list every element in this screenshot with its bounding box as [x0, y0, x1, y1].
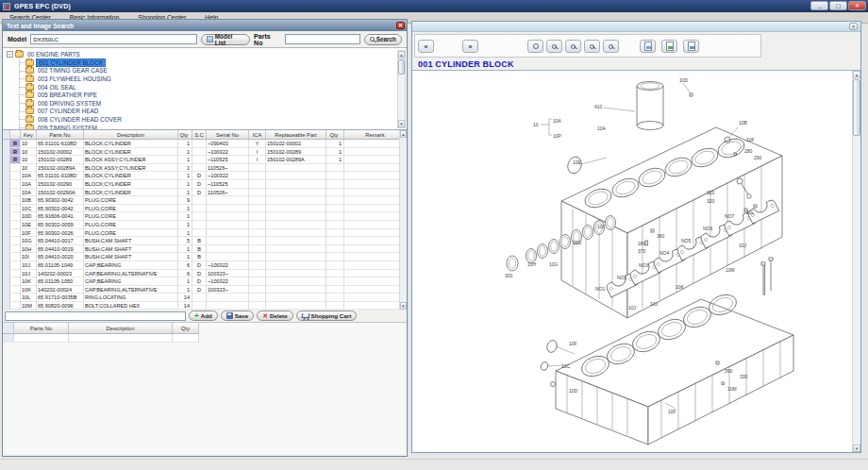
delete-button[interactable]: ✕ Delete: [257, 311, 292, 321]
table-row[interactable]: 10I65.04410-0020BUSH;CAM SHAFT1B: [3, 253, 407, 261]
diagram-part-label: 410: [594, 104, 603, 109]
image-scroll-down-icon[interactable]: ▼: [853, 445, 860, 452]
diagram-canvas[interactable]: 41010D1010A10P10A10E10B10F28029030010H10…: [412, 71, 860, 452]
tree-item[interactable]: 006 DRIVING SYSTEM: [20, 99, 407, 108]
tree-item[interactable]: 008 CYLINDER HEAD COVER: [20, 115, 407, 124]
grid-scrollbar[interactable]: ▲ ▼: [399, 130, 407, 310]
tree-item[interactable]: 001 CYLINDER BLOCK: [20, 59, 407, 67]
diagram-part-label: 10P: [553, 133, 562, 139]
table-cell: CAP.BEARING;ALTERNATIVE: [84, 270, 178, 278]
tree-item[interactable]: 002 TIMING GEAR CASE: [20, 67, 407, 76]
print-button[interactable]: [640, 40, 656, 53]
table-row[interactable]: 10H65.04410-0019BUSH;CAM SHAFT1B: [3, 245, 407, 254]
tree-item[interactable]: 009 TIMING SYSTEM: [20, 124, 407, 130]
table-cell: D: [192, 270, 207, 278]
table-row[interactable]: R1065.01101-6108DBLOCK;CYLINDER1~090403Y…: [3, 140, 407, 148]
table-row[interactable]: R10150102-00289BLOCK ASSY;CYLINDER1~1105…: [3, 156, 407, 164]
grid-header-cell[interactable]: Replaceable Part: [266, 130, 326, 139]
table-row[interactable]: 10G65.04410-0017BUSH;CAM SHAFT5B: [3, 237, 407, 245]
model-input[interactable]: [30, 34, 197, 44]
table-row[interactable]: 10J65.01105-1049CAP;BEARING6D~100322: [3, 261, 407, 270]
table-row[interactable]: 10A150102-00290BLOCK;CYLINDER1D~110525: [3, 180, 407, 189]
row-header-cell: [3, 302, 10, 310]
table-row[interactable]: 10A150102-00290ABLOCK;CYLINDER1D110526~: [3, 189, 407, 197]
zoom-out-button[interactable]: [565, 40, 581, 53]
image-panel-close-icon[interactable]: ✕: [849, 23, 858, 30]
grid-header-cell[interactable]: Key: [21, 130, 37, 139]
table-row[interactable]: 10B65.90302-0042PLUG;CORE9: [3, 196, 407, 205]
zoom-reset-button[interactable]: [527, 40, 543, 53]
grid-header-cell[interactable]: Serial No: [207, 130, 249, 139]
grid-scroll-up-icon[interactable]: ▲: [400, 130, 407, 138]
parts-tree: − 00 ENGINE PARTS 001 CYLINDER BLOCK002 …: [3, 47, 407, 130]
cart-empty-row[interactable]: [3, 334, 199, 343]
table-row[interactable]: 10L65.91710-0035BRING;LOCATING14: [3, 294, 407, 302]
scroll-down-icon[interactable]: ▼: [398, 120, 405, 127]
close-button[interactable]: ✕: [848, 1, 866, 10]
model-label: Model: [8, 36, 26, 42]
grid-header-cell[interactable]: Remark: [344, 130, 407, 139]
panel-close-icon[interactable]: ✕: [396, 22, 405, 29]
collapse-icon[interactable]: −: [7, 51, 13, 58]
model-list-button[interactable]: Model List: [201, 34, 250, 45]
save-button[interactable]: Save: [221, 311, 254, 321]
tree-item[interactable]: 004 OIL SEAL: [20, 83, 407, 92]
row-header-cell: [3, 180, 10, 189]
table-row[interactable]: 10J140202-00023CAP.BEARING;ALTERNATIVE6D…: [3, 270, 407, 278]
grid-header-cell[interactable]: S.C: [192, 130, 207, 139]
table-row[interactable]: R10150102-00002BLOCK;CYLINDER1~100322I15…: [3, 148, 407, 157]
tree-item[interactable]: 003 FLYWHEEL HOUSING: [20, 75, 407, 83]
zoom-area-button[interactable]: [584, 40, 600, 53]
tree-root[interactable]: − 00 ENGINE PARTS: [7, 50, 407, 59]
table-row[interactable]: 10D65.91606-0041PLUG;CORE1: [3, 212, 407, 221]
maximize-button[interactable]: ▢: [829, 1, 847, 10]
scroll-up-icon[interactable]: ▲: [398, 51, 405, 59]
zoom-in-button[interactable]: [546, 40, 562, 53]
add-button[interactable]: + Add: [189, 311, 218, 321]
tree-scroll-thumb[interactable]: [398, 59, 405, 75]
grid-header-cell[interactable]: Qty: [178, 130, 192, 139]
prev-page-button[interactable]: «: [418, 40, 434, 53]
table-cell: 65.01105-1050: [37, 277, 84, 286]
table-row[interactable]: 10A65.01101-0108DBLOCK;CYLINDER1D~100322: [3, 172, 407, 180]
table-cell: [266, 164, 326, 173]
grid-header-cell[interactable]: Description: [84, 130, 178, 139]
table-cell: [326, 164, 344, 173]
shopping-cart-button[interactable]: Shopping Cart: [296, 311, 358, 321]
minimize-button[interactable]: _: [810, 1, 828, 10]
table-row[interactable]: 10M65.90820-0096BOLT;COLLARED HEX14: [3, 302, 407, 310]
cart-part-input[interactable]: [5, 311, 186, 321]
table-cell: 1: [178, 140, 192, 148]
table-row[interactable]: 10K65.01105-1050CAP;BEARING1D~100322: [3, 277, 407, 286]
table-row[interactable]: 10K140202-00024CAP.BEARING;ALTERNATIVE1D…: [3, 286, 407, 294]
copy-image-button[interactable]: [683, 40, 699, 53]
table-cell: [344, 270, 407, 278]
grid-header-cell[interactable]: Parts No: [37, 130, 84, 139]
grid-scroll-down-icon[interactable]: ▼: [400, 302, 407, 310]
table-row[interactable]: 10150102-00289ABLOCK ASSY;CYLINDER111052…: [3, 164, 407, 173]
table-cell: [10, 205, 21, 213]
next-page-button[interactable]: »: [462, 40, 478, 53]
image-scroll-thumb[interactable]: [853, 79, 860, 136]
disk-icon: [226, 312, 233, 319]
diagram-part-label: 280: [638, 241, 646, 246]
image-scrollbar[interactable]: ▲ ▼: [852, 71, 860, 452]
tree-item[interactable]: 007 CYLINDER HEAD: [20, 108, 407, 116]
grid-header-cell[interactable]: ICA: [249, 130, 266, 139]
search-button[interactable]: Search: [364, 34, 402, 45]
table-row[interactable]: 10F65.90302-0026PLUG;CORE1: [3, 229, 407, 238]
table-row[interactable]: 10E65.90302-0059PLUG;CORE1: [3, 221, 407, 229]
table-cell: 10J: [21, 270, 37, 278]
tree-item[interactable]: 005 BREATHER PIPE: [20, 91, 407, 99]
table-cell: D: [192, 286, 207, 294]
grid-header-cell[interactable]: Qty: [326, 130, 344, 139]
tree-scrollbar[interactable]: ▲ ▼: [397, 50, 406, 128]
table-cell: [266, 189, 326, 197]
image-scroll-up-icon[interactable]: ▲: [853, 71, 860, 78]
table-row[interactable]: 10C65.90302-0042PLUG;CORE1: [3, 205, 407, 213]
table-cell: 65.91606-0041: [37, 212, 84, 221]
zoom-fit-button[interactable]: [603, 40, 619, 53]
parts-no-input[interactable]: [285, 34, 360, 44]
export-button[interactable]: [661, 40, 677, 53]
row-header-cell: [3, 237, 10, 245]
